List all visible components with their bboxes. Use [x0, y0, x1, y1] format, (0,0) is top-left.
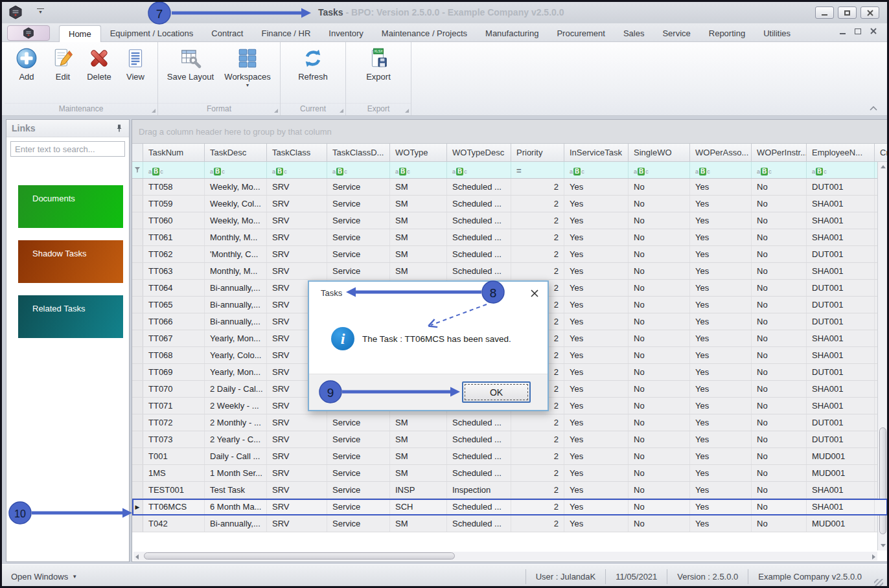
filter-cell-task-class[interactable]: aBc: [267, 162, 327, 178]
table-row[interactable]: TT058Weekly, Mo...SRVServiceSMScheduled …: [132, 179, 888, 196]
tab-equipment-locations[interactable]: Equipment / Locations: [101, 25, 203, 42]
table-row[interactable]: TT063Monthly, M...SRVServiceSMScheduled …: [132, 263, 888, 280]
horizontal-scroll-thumb[interactable]: [144, 552, 455, 560]
table-row[interactable]: TEST001Test TaskSRVServiceINSPInspection…: [132, 482, 888, 499]
filter-cell-wo-per-asso[interactable]: aBc: [690, 162, 752, 178]
link-shadow-tasks[interactable]: Shadow Tasks: [18, 240, 123, 283]
tab-maintenance-projects[interactable]: Maintenance / Projects: [373, 25, 476, 42]
quick-access-dropdown-icon[interactable]: ▼: [37, 8, 44, 15]
table-row[interactable]: TT061Monthly, M...SRVServiceSMScheduled …: [132, 229, 888, 246]
column-header-wo-per-instr[interactable]: WOPerInstr...: [752, 144, 807, 161]
row-indicator-cell: [132, 448, 143, 464]
search-input[interactable]: [15, 144, 129, 154]
link-related-tasks[interactable]: Related Tasks: [18, 295, 123, 338]
cell-employee: SHA001: [807, 212, 875, 229]
column-header-wo-type[interactable]: WOType: [390, 144, 447, 161]
open-windows-button[interactable]: Open Windows ▼: [11, 572, 77, 582]
table-row[interactable]: TT060Weekly, Mo...SRVServiceSMScheduled …: [132, 212, 888, 229]
column-header-task-desc[interactable]: TaskDesc: [205, 144, 267, 161]
table-row[interactable]: TT059Weekly, Col...SRVServiceSMScheduled…: [132, 196, 888, 212]
vertical-scroll-thumb[interactable]: [879, 427, 886, 534]
column-header-wo-type-desc[interactable]: WOTypeDesc: [447, 144, 511, 161]
filter-cell-priority[interactable]: =: [511, 162, 564, 178]
column-header-in-service-task[interactable]: InServiceTask: [564, 144, 629, 161]
filter-cell-single-wo[interactable]: aBc: [629, 162, 690, 178]
cell-task-desc: 2 Yearly - C...: [205, 431, 267, 447]
collapse-ribbon-icon[interactable]: [869, 106, 878, 111]
ok-button[interactable]: OK: [462, 381, 531, 403]
tab-contract[interactable]: Contract: [202, 25, 252, 42]
tab-inventory[interactable]: Inventory: [319, 25, 372, 42]
column-header-cre[interactable]: Cre...: [875, 144, 889, 161]
filter-cell-task-class-desc[interactable]: aBc: [327, 162, 390, 178]
close-button[interactable]: [860, 6, 879, 19]
export-button[interactable]: XLSXExport: [350, 45, 407, 82]
table-row-selected[interactable]: ▶TT06MCS6 Month Ma...SRVServiceSCHSchedu…: [132, 499, 888, 515]
horizontal-scrollbar[interactable]: [133, 552, 877, 561]
scroll-up-icon[interactable]: [881, 165, 886, 168]
dialog-launcher-icon[interactable]: [405, 109, 409, 113]
resize-grip[interactable]: [874, 579, 883, 588]
column-header-task-class-desc[interactable]: TaskClassD...: [327, 144, 390, 161]
table-row[interactable]: TT062'Monthly, C...SRVServiceSMScheduled…: [132, 246, 888, 263]
tab-utilities[interactable]: Utilities: [754, 25, 800, 42]
pin-icon[interactable]: [115, 124, 124, 133]
table-row[interactable]: T001Daily - Call ...SRVServiceSMSchedule…: [132, 448, 888, 465]
edit-button[interactable]: Edit: [45, 45, 81, 82]
tab-sales[interactable]: Sales: [614, 25, 654, 42]
vertical-scrollbar[interactable]: [877, 162, 888, 550]
add-button[interactable]: Add: [8, 45, 45, 82]
view-button[interactable]: View: [117, 45, 154, 82]
cell-task-num: TT062: [143, 246, 205, 262]
mdi-close-icon[interactable]: [870, 28, 877, 34]
column-header-wo-per-asso[interactable]: WOPerAsso...: [690, 144, 752, 161]
delete-button[interactable]: Delete: [81, 45, 117, 82]
tab-procurement[interactable]: Procurement: [548, 25, 614, 42]
column-header-task-class[interactable]: TaskClass: [267, 144, 327, 161]
save-layout-button[interactable]: Save Layout: [162, 45, 219, 82]
bpo-logo-button[interactable]: [7, 25, 50, 41]
tab-reporting[interactable]: Reporting: [700, 25, 754, 42]
scroll-left-icon[interactable]: [135, 554, 139, 560]
maximize-icon: [844, 10, 850, 16]
filter-cell-employee[interactable]: aBc: [807, 162, 875, 178]
tab-manufacturing[interactable]: Manufacturing: [476, 25, 548, 42]
group-by-bar[interactable]: Drag a column header here to group by th…: [132, 120, 888, 144]
cell-task-class-desc: Service: [327, 431, 390, 447]
minimize-button[interactable]: [815, 6, 834, 19]
dialog-launcher-icon[interactable]: [340, 109, 343, 113]
table-row[interactable]: 1MS1 Month Ser...SRVServiceSMScheduled .…: [132, 465, 888, 482]
filter-cell-task-desc[interactable]: aBc: [205, 162, 267, 178]
filter-cell-in-service-task[interactable]: aBc: [564, 162, 629, 178]
filter-cell-task-num[interactable]: aBc: [143, 162, 205, 178]
refresh-button[interactable]: Refresh: [284, 45, 341, 82]
tab-finance-hr[interactable]: Finance / HR: [252, 25, 319, 42]
tab-service[interactable]: Service: [653, 25, 699, 42]
workspaces-button[interactable]: Workspaces▼: [219, 45, 276, 87]
mdi-restore-icon[interactable]: [855, 28, 861, 34]
cell-single-wo: No: [629, 246, 690, 262]
table-row[interactable]: T042Bi-annually,...SRVServiceSMScheduled…: [132, 515, 888, 532]
dialog-launcher-icon[interactable]: [152, 109, 156, 113]
tab-home[interactable]: Home: [59, 25, 101, 42]
application-window: ▼ Tasks - BPO: Version 2.5.0.0 - Example…: [0, 0, 889, 588]
column-header-single-wo[interactable]: SingleWO: [629, 144, 690, 161]
column-header-task-num[interactable]: TaskNum: [143, 144, 205, 161]
scroll-right-icon[interactable]: [872, 554, 875, 560]
title-bar: ▼ Tasks - BPO: Version 2.5.0.0 - Example…: [2, 2, 887, 23]
filter-cell-wo-type[interactable]: aBc: [390, 162, 447, 178]
table-row[interactable]: TT0732 Yearly - C...SRVServiceSMSchedule…: [132, 431, 888, 448]
workspaces-label: Workspaces: [224, 72, 270, 82]
table-row[interactable]: TT0722 Monthly - ...SRVServiceSMSchedule…: [132, 414, 888, 431]
filter-cell-wo-type-desc[interactable]: aBc: [447, 162, 511, 178]
column-header-employee[interactable]: EmployeeN...: [807, 144, 875, 161]
dialog-launcher-icon[interactable]: [274, 109, 278, 113]
dialog-close-button[interactable]: [531, 288, 538, 300]
mdi-minimize-icon[interactable]: [840, 33, 846, 34]
maximize-button[interactable]: [838, 6, 857, 19]
cell-in-service-task: Yes: [564, 313, 629, 330]
filter-cell-wo-per-instr[interactable]: aBc: [752, 162, 807, 178]
scroll-down-icon[interactable]: [881, 544, 886, 547]
column-header-priority[interactable]: Priority: [511, 144, 564, 161]
link-documents[interactable]: Documents: [18, 185, 123, 228]
